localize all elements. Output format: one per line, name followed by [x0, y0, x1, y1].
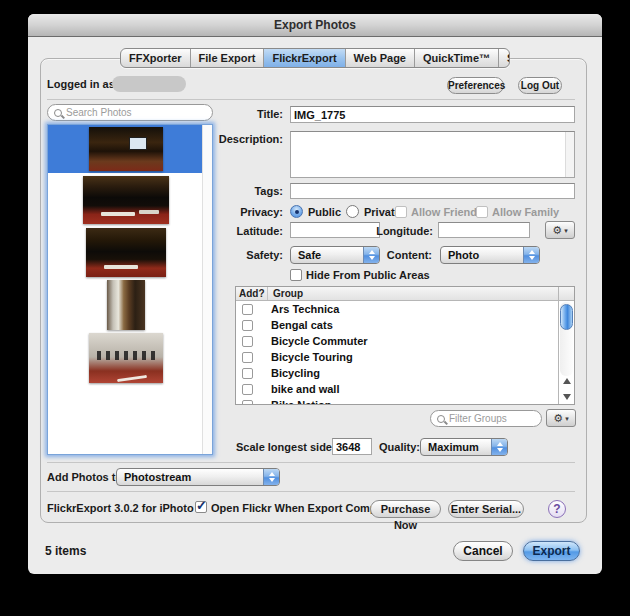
group-row[interactable]: Bengal cats: [236, 317, 558, 333]
latitude-label: Latitude:: [237, 225, 283, 237]
allow-family-checkbox[interactable]: [476, 206, 488, 218]
column-group[interactable]: Group: [268, 287, 558, 300]
location-gear-button[interactable]: ⚙ ▾: [545, 221, 575, 239]
photo-thumbnail-3: [86, 228, 166, 277]
content-value: Photo: [448, 249, 479, 261]
groups-scrollbar[interactable]: [558, 287, 574, 404]
chevron-down-icon: ▾: [564, 227, 568, 234]
search-icon: [54, 109, 62, 117]
items-count: 5 items: [45, 544, 86, 558]
group-row[interactable]: Bicycling: [236, 365, 558, 381]
tags-label: Tags:: [254, 185, 283, 197]
longitude-label: Longitude:: [376, 225, 433, 237]
scroll-up-icon[interactable]: [563, 378, 571, 384]
search-photos-input[interactable]: [66, 107, 206, 118]
photo-list[interactable]: [47, 124, 213, 455]
longitude-input[interactable]: [438, 222, 530, 238]
group-add-checkbox[interactable]: [242, 400, 253, 405]
gear-icon: ⚙: [552, 225, 562, 236]
photo-row[interactable]: [48, 279, 203, 331]
group-add-checkbox[interactable]: [242, 368, 253, 379]
photo-list-scrollbar[interactable]: [202, 125, 212, 454]
privacy-private-radio[interactable]: [346, 205, 359, 218]
scrollbar-thumb[interactable]: [560, 304, 573, 330]
export-tab-bar: FFXporter File Export FlickrExport Web P…: [120, 48, 510, 68]
screenshot-stage: Export Photos FFXporter File Export Flic…: [0, 0, 630, 616]
section-separator: [47, 462, 575, 463]
group-row[interactable]: Ars Technica: [236, 301, 558, 317]
tab-slideshow[interactable]: Slideshow: [499, 49, 510, 67]
photo-thumbnail-2: [83, 176, 169, 224]
description-label: Description:: [219, 133, 283, 145]
tab-flickrexport[interactable]: FlickrExport: [264, 49, 345, 67]
popup-stepper-icon: [491, 439, 507, 455]
groups-gear-button[interactable]: ⚙ ▾: [546, 409, 576, 427]
photo-thumbnail-5: [89, 333, 163, 383]
tab-file-export[interactable]: File Export: [191, 49, 265, 67]
tab-ffxporter[interactable]: FFXporter: [121, 49, 191, 67]
description-input[interactable]: [291, 132, 574, 177]
group-add-checkbox[interactable]: [242, 304, 253, 315]
hide-from-public-checkbox[interactable]: [290, 269, 302, 281]
privacy-public-label: Public: [308, 206, 341, 218]
latitude-input[interactable]: [290, 222, 380, 238]
photo-row[interactable]: [48, 331, 203, 385]
scale-input[interactable]: [332, 438, 372, 455]
group-row[interactable]: bike and wall: [236, 381, 558, 397]
chevron-down-icon: ▾: [565, 415, 569, 422]
popup-stepper-icon: [363, 247, 379, 263]
group-row[interactable]: Bicycle Commuter: [236, 333, 558, 349]
preferences-button[interactable]: Preferences: [447, 77, 504, 94]
cancel-button[interactable]: Cancel: [453, 541, 513, 561]
privacy-public-radio[interactable]: [290, 205, 303, 218]
group-row[interactable]: Bike Nation: [236, 397, 558, 404]
photo-row[interactable]: [48, 173, 203, 226]
photo-row[interactable]: [48, 226, 203, 279]
content-popup[interactable]: Photo: [440, 246, 540, 264]
help-button[interactable]: ?: [548, 500, 566, 518]
purchase-now-button[interactable]: Purchase Now: [370, 500, 441, 518]
description-box: [290, 131, 575, 178]
tags-input[interactable]: [290, 183, 575, 199]
quality-popup[interactable]: Maximum: [420, 438, 508, 456]
content-label: Content:: [387, 249, 432, 261]
section-separator: [47, 491, 575, 492]
tab-quicktime[interactable]: QuickTime™: [415, 49, 499, 67]
export-button[interactable]: Export: [523, 541, 580, 561]
description-scrollbar[interactable]: [565, 132, 574, 177]
hide-from-public-label: Hide From Public Areas: [306, 269, 430, 281]
add-photos-to-label: Add Photos to:: [47, 471, 126, 483]
title-input[interactable]: [290, 106, 575, 123]
groups-table-header[interactable]: Add? Group: [236, 287, 558, 301]
group-add-checkbox[interactable]: [242, 352, 253, 363]
group-row[interactable]: Bicycle Touring: [236, 349, 558, 365]
allow-friends-checkbox[interactable]: [395, 206, 407, 218]
allow-family-label: Allow Family: [492, 206, 559, 218]
allow-friends-label: Allow Friends: [411, 206, 483, 218]
filter-groups-input[interactable]: [449, 413, 535, 424]
popup-stepper-icon: [263, 469, 279, 485]
filter-groups-field[interactable]: [430, 410, 542, 427]
tab-web-page[interactable]: Web Page: [346, 49, 415, 67]
title-bar[interactable]: Export Photos: [28, 14, 602, 37]
title-label: Title:: [257, 108, 283, 120]
popup-stepper-icon: [523, 247, 539, 263]
scroll-down-icon[interactable]: [563, 394, 571, 400]
groups-table[interactable]: Add? Group Ars Technica Bengal cats Bicy…: [235, 286, 575, 405]
add-photos-to-popup[interactable]: Photostream: [116, 468, 280, 486]
username-redacted: [112, 76, 186, 92]
open-flickr-checkbox[interactable]: [195, 501, 207, 513]
safety-popup[interactable]: Safe: [290, 246, 380, 264]
group-add-checkbox[interactable]: [242, 320, 253, 331]
group-add-checkbox[interactable]: [242, 336, 253, 347]
enter-serial-button[interactable]: Enter Serial...: [448, 500, 524, 518]
logged-in-label: Logged in as: [47, 78, 115, 90]
quality-label: Quality:: [379, 441, 420, 453]
column-add[interactable]: Add?: [236, 287, 268, 300]
groups-rows: Ars Technica Bengal cats Bicycle Commute…: [236, 301, 558, 404]
photo-row-selected[interactable]: [48, 125, 203, 173]
search-photos-field[interactable]: [47, 104, 213, 121]
safety-value: Safe: [298, 249, 321, 261]
group-add-checkbox[interactable]: [242, 384, 253, 395]
log-out-button[interactable]: Log Out: [518, 77, 562, 94]
